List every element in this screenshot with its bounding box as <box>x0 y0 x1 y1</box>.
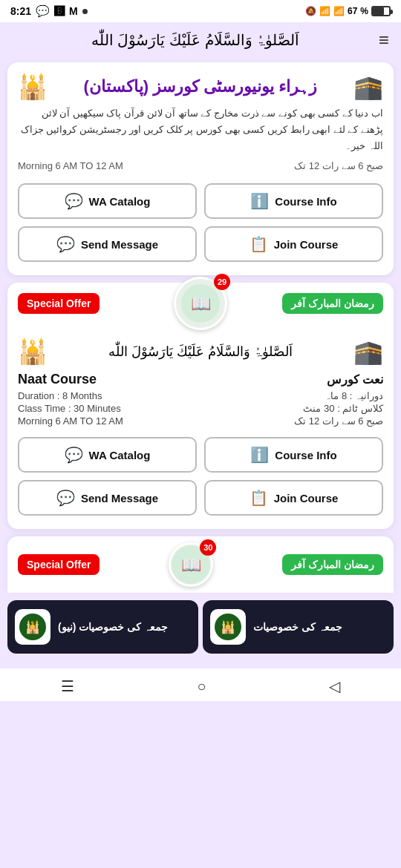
jumma-icon-1: 🕌 <box>15 609 50 645</box>
svg-text:🕌: 🕌 <box>221 620 235 634</box>
buttons-grid: 💬 WA Catalog ℹ️ Course Info 💬 Send Messa… <box>18 183 383 262</box>
course-name-en: Naat Course <box>18 372 97 387</box>
class-time-ur: کلاس ٹائم : 30 منٹ <box>303 403 383 414</box>
status-right: 🔕 📶 📶 67 % <box>305 6 391 16</box>
urdu-description: اب دنیا کے کسی بھی کونے سے ذرت مخارج کے … <box>18 105 383 154</box>
whatsapp-icon: 💬 <box>36 4 50 18</box>
next-special-offer-badge: Special Offer <box>18 554 100 575</box>
next-ramazan-badge: رمضان المبارک آفر <box>282 554 383 575</box>
battery-text: 67 <box>348 6 357 16</box>
naat-join-course-label: Join Course <box>274 492 339 504</box>
send-message-button-1[interactable]: 💬 Send Message <box>18 226 197 262</box>
naat-wa-catalog-label: WA Catalog <box>89 449 151 461</box>
time-left: Morning 6 AM TO 12 AM <box>18 160 123 171</box>
bottom-nav-row: 🕌 جمعہ کی خصوصیات (نیو) 🕌 جمعہ کی خصوصیا… <box>7 600 394 654</box>
morning-ur: صبح 6 سے رات 12 تک <box>294 415 383 427</box>
naat-course-card: Special Offer رمضان المبارک آفر 📖 29 🕌 ا <box>7 283 394 529</box>
naat-notification-badge: 29 <box>214 274 230 290</box>
send-message-label-1: Send Message <box>81 238 158 251</box>
join-icon-1: 📋 <box>250 235 268 253</box>
course-name-ur: نعت کورس <box>327 372 383 387</box>
naat-course-info-button[interactable]: ℹ️ Course Info <box>204 437 383 473</box>
join-course-button-1[interactable]: 📋 Join Course <box>204 226 383 262</box>
time: 8:21 <box>10 5 31 17</box>
device-nav-bar: ☰ ○ ◁ <box>0 668 401 701</box>
time-row: Morning 6 AM TO 12 AM صبح 6 سے رات 12 تک <box>18 160 383 171</box>
naat-join-icon: 📋 <box>250 489 268 507</box>
mosque-icon-naat-left: 🕌 <box>18 338 48 366</box>
naat-wa-catalog-button[interactable]: 💬 WA Catalog <box>18 437 197 473</box>
signal-icon: 📶 <box>333 6 345 16</box>
course-arabic-header: 🕌 اَلصَّلوٰۃُ وَالسَّلَامُ عَلَيْكَ يَار… <box>18 338 383 366</box>
next-course-image: 📖 30 <box>169 542 213 587</box>
duration-ur: دورانیہ : 8 ماہ <box>325 390 383 401</box>
bluetooth-icon: 🅱 <box>54 5 65 17</box>
course-info-label-1: Course Info <box>275 195 336 208</box>
main-content: 🕌 زہراء یونیورسٹی کورسز (پاکستان) 🕋 اب د… <box>0 62 401 661</box>
next-section-peek: Special Offer 📖 30 رمضان المبارک آفر <box>7 536 394 593</box>
morning-row: Morning 6 AM TO 12 AM صبح 6 سے رات 12 تک <box>18 415 383 427</box>
mosque-icon-left: 🕌 <box>18 73 48 101</box>
jumma-svg-1: 🕌 <box>18 612 48 642</box>
status-left: 8:21 💬 🅱 M <box>10 4 88 18</box>
uni-title: زہراء یونیورسٹی کورسز (پاکستان) <box>48 77 353 96</box>
wa-catalog-label: WA Catalog <box>89 195 151 208</box>
gmail-icon: M <box>69 5 78 17</box>
naat-send-message-label: Send Message <box>81 492 158 504</box>
next-notification-badge: 30 <box>200 539 216 556</box>
university-card: 🕌 زہراء یونیورسٹی کورسز (پاکستان) 🕋 اب د… <box>7 62 394 275</box>
menu-icon[interactable]: ≡ <box>379 30 389 50</box>
course-title-row: Naat Course نعت کورس <box>18 372 383 387</box>
class-time-row: Class Time : 30 Minutes کلاس ٹائم : 30 م… <box>18 403 383 414</box>
course-info-button-1[interactable]: ℹ️ Course Info <box>204 183 383 219</box>
svg-text:📖: 📖 <box>181 555 202 575</box>
nav-menu-icon[interactable]: ☰ <box>61 677 74 695</box>
course-thumbnail-svg: 📖 <box>181 284 220 323</box>
top-header: اَلصَّلوٰۃُ وَالسَّلَامُ عَلَيْكَ يَارَس… <box>0 22 401 55</box>
jumma-text-1: جمعہ کی خصوصیات (نیو) <box>58 621 168 633</box>
morning-en: Morning 6 AM TO 12 AM <box>18 415 123 427</box>
naat-arabic-text: اَلصَّلوٰۃُ وَالسَّلَامُ عَلَيْكَ يَارَس… <box>48 343 353 360</box>
class-time-en: Class Time : 30 Minutes <box>18 403 121 414</box>
naat-whatsapp-icon-1: 💬 <box>65 446 83 464</box>
nav-home-icon[interactable]: ○ <box>197 678 206 695</box>
battery-percent-sign: % <box>360 6 368 16</box>
time-right: صبح 6 سے رات 12 تک <box>294 160 383 171</box>
jumma-card-2[interactable]: 🕌 جمعہ کی خصوصیات <box>203 600 394 654</box>
course-image-wrapper: 📖 29 <box>18 277 383 330</box>
mosque-icon-naat-right: 🕋 <box>353 338 383 366</box>
svg-text:📖: 📖 <box>191 294 212 314</box>
naat-course-info-label: Course Info <box>275 449 336 461</box>
whatsapp-icon-1: 💬 <box>65 192 83 210</box>
jumma-card-1[interactable]: 🕌 جمعہ کی خصوصیات (نیو) <box>7 600 198 654</box>
naat-send-message-button[interactable]: 💬 Send Message <box>18 480 197 516</box>
duration-row: Duration : 8 Months دورانیہ : 8 ماہ <box>18 390 383 401</box>
jumma-svg-2: 🕌 <box>213 612 243 642</box>
jumma-icon-2: 🕌 <box>210 609 246 645</box>
jumma-text-2: جمعہ کی خصوصیات <box>253 621 342 633</box>
nav-back-icon[interactable]: ◁ <box>329 677 340 695</box>
battery-icon <box>371 6 391 16</box>
info-icon-1: ℹ️ <box>250 192 269 210</box>
status-bar: 8:21 💬 🅱 M 🔕 📶 📶 67 % <box>0 0 401 22</box>
naat-whatsapp-icon-2: 💬 <box>56 489 75 507</box>
join-course-label-1: Join Course <box>274 238 339 251</box>
svg-text:🕌: 🕌 <box>25 620 40 634</box>
duration-en: Duration : 8 Months <box>18 390 102 401</box>
naat-info-icon: ℹ️ <box>250 446 269 464</box>
arabic-title: اَلصَّلوٰۃُ وَالسَّلَامُ عَلَيْكَ يَارَس… <box>12 31 379 49</box>
mosque-icon-right: 🕋 <box>353 73 383 101</box>
naat-join-course-button[interactable]: 📋 Join Course <box>204 480 383 516</box>
mute-icon: 🔕 <box>305 6 316 16</box>
wa-catalog-button[interactable]: 💬 WA Catalog <box>18 183 197 219</box>
wifi-icon: 📶 <box>319 6 330 16</box>
uni-header: 🕌 زہراء یونیورسٹی کورسز (پاکستان) 🕋 <box>18 73 383 101</box>
whatsapp-icon-2: 💬 <box>56 235 75 253</box>
naat-course-section: Special Offer رمضان المبارک آفر 📖 29 🕌 ا <box>7 283 394 529</box>
status-dot <box>82 9 88 14</box>
naat-buttons-grid: 💬 WA Catalog ℹ️ Course Info 💬 Send Messa… <box>18 437 383 516</box>
